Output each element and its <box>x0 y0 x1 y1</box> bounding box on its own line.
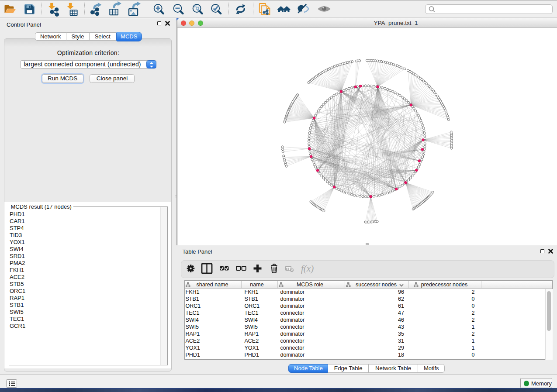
svg-text:f(x): f(x) <box>301 263 314 274</box>
